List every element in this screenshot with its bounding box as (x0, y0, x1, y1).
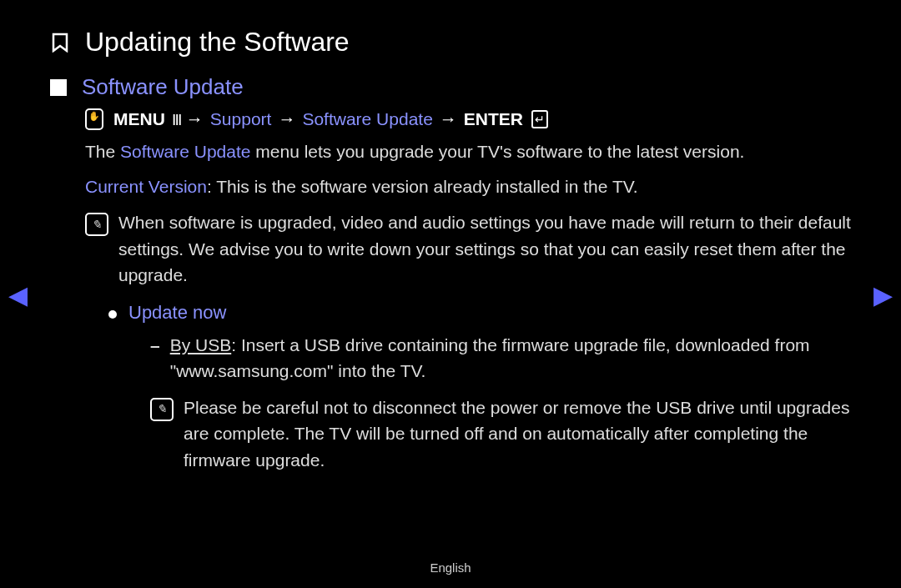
enter-button-icon: ↵ (531, 110, 548, 128)
section-heading: Software Update (82, 74, 244, 100)
current-version-text: : This is the software version already i… (207, 177, 638, 196)
by-usb-label: By USB (170, 335, 232, 354)
arrow-icon: → (186, 109, 204, 129)
current-version-line: Current Version: This is the software ve… (85, 173, 851, 200)
update-now-label: Update now (128, 302, 226, 324)
update-now-bullet: Update now (108, 302, 851, 324)
intro-suffix: menu lets you upgrade your TV's software… (250, 142, 744, 161)
by-usb-content: By USB: Insert a USB drive containing th… (170, 332, 851, 384)
breadcrumb-software-update: Software Update (302, 109, 432, 129)
note-text-1: When software is upgraded, video and aud… (118, 209, 851, 289)
intro-prefix: The (85, 142, 120, 161)
intro-paragraph: The Software Update menu lets you upgrad… (85, 138, 851, 165)
note-icon: ✎ (150, 398, 174, 421)
note-icon: ✎ (85, 213, 108, 236)
current-version-label: Current Version (85, 177, 207, 196)
section-row: Software Update (50, 74, 851, 100)
note-text-2: Please be careful not to disconnect the … (184, 395, 851, 474)
touch-icon: ✋ (85, 108, 103, 130)
menu-button-icon: Ⅲ (172, 111, 179, 128)
by-usb-text: : Insert a USB drive containing the firm… (170, 335, 810, 381)
next-page-arrow[interactable]: ▶ (873, 279, 893, 309)
note-row-2: ✎ Please be careful not to disconnect th… (150, 395, 851, 474)
menu-button-label: MENU (113, 109, 165, 129)
arrow-icon: → (440, 109, 457, 129)
square-bullet-icon (50, 79, 67, 96)
page-title: Updating the Software (85, 27, 350, 58)
intro-highlight: Software Update (120, 142, 250, 161)
by-usb-row: – By USB: Insert a USB drive containing … (150, 332, 851, 384)
enter-button-label: ENTER (464, 109, 523, 129)
dash-icon: – (150, 332, 160, 384)
footer-language: English (0, 560, 901, 575)
note-row-1: ✎ When software is upgraded, video and a… (85, 209, 851, 289)
navigation-path: ✋ MENUⅢ → Support → Software Update → EN… (85, 108, 851, 130)
prev-page-arrow[interactable]: ◀ (8, 279, 28, 309)
title-row: Updating the Software (50, 27, 851, 58)
breadcrumb-support: Support (210, 109, 272, 129)
arrow-icon: → (278, 109, 295, 129)
manual-page: Updating the Software Software Update ✋ … (0, 0, 901, 490)
bookmark-icon (50, 33, 70, 53)
dot-bullet-icon (108, 310, 117, 319)
